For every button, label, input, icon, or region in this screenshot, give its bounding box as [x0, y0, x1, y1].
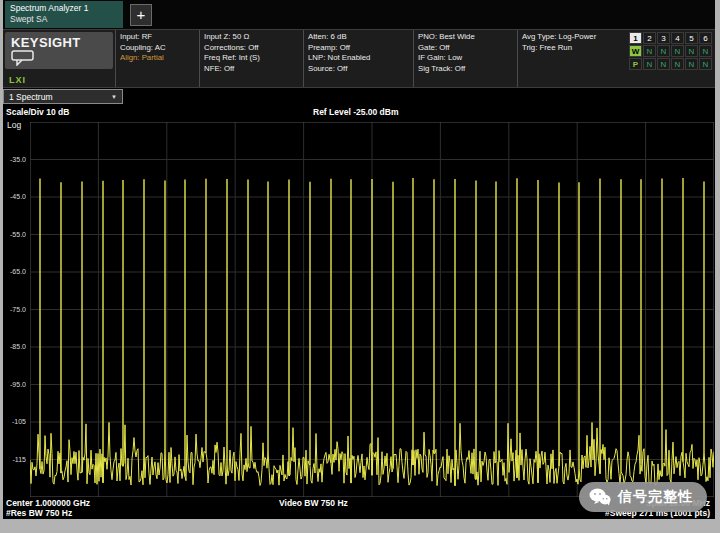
trace-number-cell[interactable]: 4 — [671, 32, 684, 44]
trace-indicator-grid: 123456WNNNNNPNNNNN — [629, 30, 715, 87]
settings-line: PNO: Best Wide — [418, 32, 513, 43]
add-tab-button[interactable]: + — [130, 4, 152, 26]
settings-column: Avg Type: Log-PowerTrig: Free Run — [517, 30, 627, 87]
settings-line: Coupling: AC — [120, 43, 195, 54]
trace-display-cell[interactable]: N — [671, 58, 684, 70]
trace-state-cell[interactable]: W — [629, 45, 642, 57]
settings-line: Sig Track: Off — [418, 64, 513, 75]
settings-line: Atten: 6 dB — [308, 32, 409, 43]
tab-title: Spectrum Analyzer 1 — [10, 3, 118, 14]
y-axis-label: -35.0 — [10, 156, 26, 163]
trace-number-cell[interactable]: 1 — [629, 32, 642, 44]
settings-column: Atten: 6 dBPreamp: OffLNP: Not EnabledSo… — [303, 30, 413, 87]
settings-line: Gate: Off — [418, 43, 513, 54]
y-axis-label: -55.0 — [10, 231, 26, 238]
watermark-text: 信号完整性 — [618, 488, 693, 506]
settings-line: Source: Off — [308, 64, 409, 75]
trace-display-cell[interactable]: P — [629, 58, 642, 70]
settings-line: LNP: Not Enabled — [308, 53, 409, 64]
tab-bar: Spectrum Analyzer 1 Swept SA + — [3, 0, 715, 29]
y-axis-label: -105 — [12, 418, 26, 425]
tab-spectrum-analyzer[interactable]: Spectrum Analyzer 1 Swept SA — [5, 1, 123, 28]
trace-indicator-row: 123456 — [629, 32, 712, 44]
window-selector-label: 1 Spectrum — [9, 92, 52, 102]
settings-column: PNO: Best WideGate: OffIF Gain: LowSig T… — [413, 30, 517, 87]
keysight-logo: KEYSIGHT — [5, 32, 113, 69]
chevron-down-icon: ▼ — [111, 94, 117, 100]
trace-number-cell[interactable]: 3 — [657, 32, 670, 44]
lxi-badge: LXI — [9, 75, 26, 85]
y-axis-label: -115 — [13, 456, 27, 463]
measurement-bar: Scale/Div 10 dB Ref Level -25.00 dBm — [3, 105, 715, 120]
brand-block: KEYSIGHT LXI — [3, 30, 115, 87]
trace-state-cell[interactable]: N — [671, 45, 684, 57]
settings-column: Input Z: 50 ΩCorrections: OffFreq Ref: I… — [199, 30, 303, 87]
scale-div-label: Scale/Div 10 dB — [6, 107, 69, 117]
settings-line: Input: RF — [120, 32, 195, 43]
trace-state-cell[interactable]: N — [685, 45, 698, 57]
tab-subtitle: Swept SA — [10, 14, 118, 25]
keysight-logo-text: KEYSIGHT — [11, 35, 113, 50]
spectrum-plot — [30, 122, 714, 497]
settings-header: KEYSIGHT LXI Input: RFCoupling: ACAlign:… — [3, 29, 715, 88]
settings-line: Avg Type: Log-Power — [522, 32, 623, 43]
settings-line: IF Gain: Low — [418, 53, 513, 64]
settings-line: Trig: Free Run — [522, 43, 623, 54]
y-axis-labels: -35.0-45.0-55.0-65.0-75.0-85.0-95.0-105-… — [3, 122, 28, 497]
trace-number-cell[interactable]: 2 — [643, 32, 656, 44]
trace-state-cell[interactable]: N — [643, 45, 656, 57]
trace-display-cell[interactable]: N — [699, 58, 712, 70]
trace-display-cell[interactable]: N — [643, 58, 656, 70]
settings-column: Input: RFCoupling: ACAlign: Partial — [115, 30, 199, 87]
video-bw-label: Video BW 750 Hz — [279, 498, 348, 508]
window-selector[interactable]: 1 Spectrum ▼ — [3, 89, 123, 104]
trace-number-cell[interactable]: 6 — [699, 32, 712, 44]
settings-line: Freq Ref: Int (S) — [204, 53, 299, 64]
trace-indicator-row: PNNNNN — [629, 58, 712, 70]
spectrum-analyzer-window: Spectrum Analyzer 1 Swept SA + KEYSIGHT … — [3, 0, 715, 519]
window-bar: 1 Spectrum ▼ — [3, 88, 715, 105]
trace-number-cell[interactable]: 5 — [685, 32, 698, 44]
trace-state-cell[interactable]: N — [657, 45, 670, 57]
settings-line: NFE: Off — [204, 64, 299, 75]
res-bw-label: #Res BW 750 Hz — [6, 508, 72, 518]
settings-columns: Input: RFCoupling: ACAlign: PartialInput… — [115, 30, 627, 87]
settings-line: Align: Partial — [120, 53, 195, 64]
y-axis-label: -65.0 — [10, 268, 26, 275]
ref-level-label: Ref Level -25.00 dBm — [313, 107, 399, 117]
y-axis-label: -85.0 — [10, 343, 26, 350]
y-axis-label: -95.0 — [10, 381, 26, 388]
trace-state-cell[interactable]: N — [699, 45, 712, 57]
settings-line: Input Z: 50 Ω — [204, 32, 299, 43]
settings-line: Corrections: Off — [204, 43, 299, 54]
y-axis-label: -75.0 — [10, 306, 26, 313]
y-axis-label: -45.0 — [10, 193, 26, 200]
trace-display-cell[interactable]: N — [657, 58, 670, 70]
wechat-icon — [589, 488, 611, 506]
trace-indicator-row: WNNNNN — [629, 45, 712, 57]
settings-line: Preamp: Off — [308, 43, 409, 54]
center-freq-label: Center 1.000000 GHz — [6, 498, 90, 508]
speech-bubble-icon — [11, 50, 37, 66]
spectrum-trace-svg — [30, 122, 714, 497]
trace-display-cell[interactable]: N — [685, 58, 698, 70]
watermark: 信号完整性 — [579, 482, 707, 512]
